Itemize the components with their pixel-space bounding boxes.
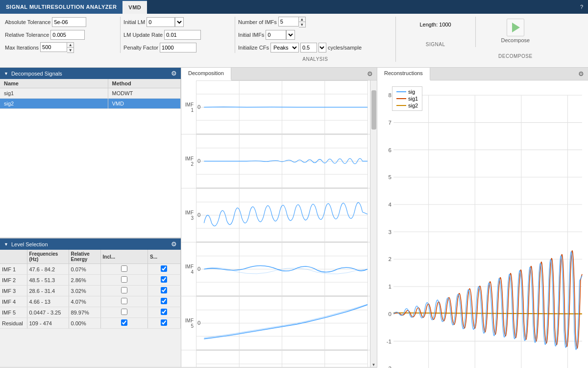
init-cfs-row: Initialize CFs Peaks ▼ cycles/sample <box>238 42 392 53</box>
reconstructions-settings-icon[interactable]: ⚙ <box>574 68 588 80</box>
num-imfs-up[interactable]: ▲ <box>299 17 305 22</box>
lm-col: Initial LM ▼ LM Update Rate Penalty Fact… <box>121 17 235 53</box>
residual-canvas <box>196 350 368 367</box>
level-imf3-s-cell[interactable] <box>147 286 180 296</box>
num-imfs-spinner[interactable]: ▲ ▼ <box>278 17 306 27</box>
svg-text:0: 0 <box>197 158 200 164</box>
initial-lm-input[interactable] <box>147 17 175 27</box>
level-imf2-incl-cell[interactable] <box>100 275 147 286</box>
init-cfs-dropdown[interactable]: ▼ <box>318 43 326 53</box>
svg-text:2: 2 <box>389 256 392 262</box>
level-imf2-s-cell[interactable] <box>147 275 180 286</box>
legend-sig-label: sig <box>408 89 415 95</box>
level-selection-settings-icon[interactable]: ⚙ <box>171 240 177 248</box>
level-residual-incl[interactable] <box>121 319 127 326</box>
imf3-canvas: 0 <box>196 188 368 242</box>
decomposition-content: IMF 1 0 <box>181 80 377 367</box>
level-imf1-s-cell[interactable] <box>147 264 180 275</box>
level-imf1-s[interactable] <box>161 265 167 272</box>
signal-row-sig1[interactable]: sig1 MODWT <box>0 88 181 99</box>
level-imf4-s[interactable] <box>161 298 167 304</box>
residual-svg <box>196 351 368 367</box>
level-imf5-s[interactable] <box>161 309 167 315</box>
level-selection-collapse[interactable]: ▼ <box>4 242 8 247</box>
imf5-canvas: 0 <box>196 296 368 350</box>
imf-scroll-down-arrow[interactable]: ▼ <box>371 362 376 367</box>
num-imfs-down[interactable]: ▼ <box>299 22 305 27</box>
decompose-label: Decompose <box>501 37 530 43</box>
signal-length-label: Length: <box>420 22 438 27</box>
level-imf4-incl-cell[interactable] <box>100 296 147 307</box>
max-iterations-down[interactable]: ▼ <box>67 48 74 53</box>
legend-sig2-label: sig2 <box>408 103 418 108</box>
app-title-tab: SIGNAL MULTIRESOLUTION ANALYZER <box>0 0 122 14</box>
decompose-button[interactable]: Decompose <box>501 19 530 43</box>
level-imf4-incl[interactable] <box>121 298 127 304</box>
imf3-svg: 0 <box>196 189 368 241</box>
svg-text:-1: -1 <box>387 339 392 344</box>
imf-scrollbar[interactable]: ▼ <box>370 80 377 367</box>
decomposed-signals-collapse[interactable]: ▼ <box>4 71 8 76</box>
level-imf3-incl-cell[interactable] <box>100 286 147 296</box>
svg-text:3: 3 <box>389 229 392 235</box>
title-bar: SIGNAL MULTIRESOLUTION ANALYZER VMD ? <box>0 0 588 14</box>
decomposed-signals-settings-icon[interactable]: ⚙ <box>171 70 177 77</box>
reconstructions-tab[interactable]: Reconstructions <box>377 68 430 80</box>
level-imf2-s[interactable] <box>161 276 167 283</box>
decomposition-tab[interactable]: Decomposition <box>181 68 231 80</box>
imf5-label: IMF 5 <box>181 318 196 329</box>
level-row-imf3: IMF 3 28.6 - 31.4 3.02% <box>0 286 181 296</box>
num-imfs-arrows[interactable]: ▲ ▼ <box>299 17 306 27</box>
level-residual-s-cell[interactable] <box>147 318 180 329</box>
svg-text:0: 0 <box>197 104 200 110</box>
level-residual-energy: 0.00% <box>69 318 100 329</box>
max-iterations-arrows[interactable]: ▲ ▼ <box>67 42 74 53</box>
level-residual-s[interactable] <box>161 319 167 326</box>
level-imf2-incl[interactable] <box>121 276 127 283</box>
level-selection-title: Level Selection <box>11 241 48 247</box>
rel-tolerance-row: Relative Tolerance <box>5 29 117 40</box>
signal-row-sig2[interactable]: sig2 VMD <box>0 99 181 109</box>
initial-imfs-input[interactable] <box>266 30 286 40</box>
level-imf5-incl[interactable] <box>121 309 127 315</box>
reconstructions-tab-label: Reconstructions <box>384 70 423 76</box>
max-iterations-input[interactable] <box>40 42 67 52</box>
lm-update-label: LM Update Rate <box>123 32 163 38</box>
imf-plots[interactable]: IMF 1 0 <box>181 80 370 367</box>
init-cfs-select[interactable]: Peaks <box>270 43 299 53</box>
legend-sig1-label: sig1 <box>408 96 418 102</box>
level-imf3-s[interactable] <box>161 287 167 293</box>
imf3-label: IMF 3 <box>181 210 196 221</box>
play-triangle-icon <box>512 23 520 32</box>
level-imf2-label: IMF 2 <box>0 275 27 286</box>
max-iterations-spinner[interactable]: ▲ ▼ <box>40 42 74 53</box>
penalty-input[interactable] <box>160 43 196 53</box>
svg-text:0: 0 <box>197 212 200 218</box>
vmd-tab[interactable]: VMD <box>122 0 147 14</box>
lm-update-input[interactable] <box>164 30 201 40</box>
decomposition-settings-icon[interactable]: ⚙ <box>363 68 377 80</box>
rel-tolerance-input[interactable] <box>50 30 85 40</box>
initial-imfs-select[interactable]: ▼ <box>286 30 295 40</box>
signal-table: Name Method sig1 MODWT sig2 VMD <box>0 79 181 109</box>
reconstructions-tab-bar: Reconstructions ⚙ <box>377 68 588 80</box>
max-iterations-up[interactable]: ▲ <box>67 43 74 48</box>
tolerance-col: Absolute Tolerance Relative Tolerance Ma… <box>2 17 121 53</box>
initial-lm-select[interactable]: ▼ <box>175 17 184 27</box>
level-imf1-incl-cell[interactable] <box>100 264 147 275</box>
abs-tolerance-input[interactable] <box>52 17 86 27</box>
init-cfs-value[interactable] <box>300 43 317 53</box>
level-imf5-incl-cell[interactable] <box>100 307 147 318</box>
level-imf3-incl[interactable] <box>121 287 127 293</box>
num-imfs-input[interactable] <box>278 17 299 26</box>
decomposition-tab-bar: Decomposition ⚙ <box>181 68 377 80</box>
max-iterations-row: Max Iterations ▲ ▼ <box>5 42 117 53</box>
max-iterations-label: Max Iterations <box>5 45 39 51</box>
level-imf1-incl[interactable] <box>121 265 127 272</box>
level-imf4-s-cell[interactable] <box>147 296 180 307</box>
imf-scrollbar-thumb[interactable] <box>371 90 376 130</box>
signal-section-label: SIGNAL <box>426 42 445 47</box>
help-button[interactable]: ? <box>575 0 588 14</box>
level-imf5-s-cell[interactable] <box>147 307 180 318</box>
level-residual-incl-cell[interactable] <box>100 318 147 329</box>
